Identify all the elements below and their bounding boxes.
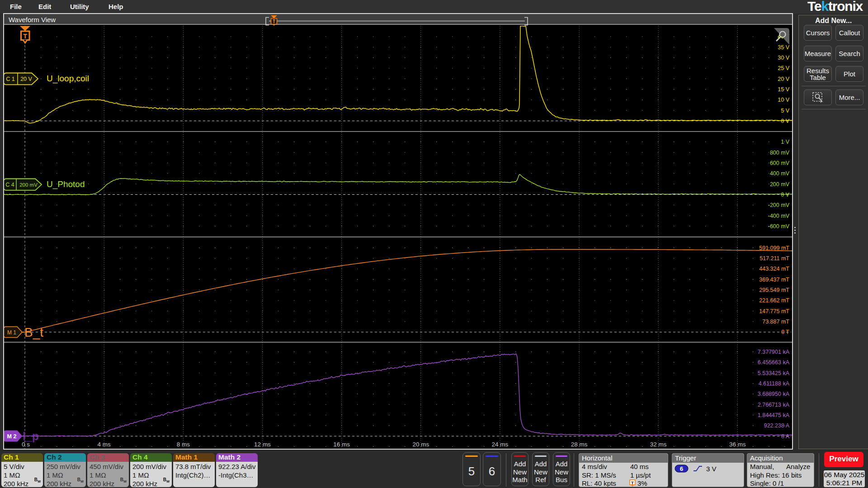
svg-text:T: T (631, 480, 634, 485)
svg-text:25 V: 25 V (778, 65, 789, 71)
svg-text:0 s: 0 s (22, 441, 30, 448)
svg-text:0 A: 0 A (781, 433, 790, 440)
svg-text:28 ms: 28 ms (571, 441, 588, 448)
svg-text:200 mV: 200 mV (770, 181, 790, 188)
svg-text:-400 mV: -400 mV (768, 213, 790, 219)
svg-text:295.549 mT: 295.549 mT (759, 287, 789, 293)
svg-text:0 V: 0 V (781, 192, 789, 198)
svg-text:U_loop,coil: U_loop,coil (47, 74, 89, 84)
svg-text:6.455663 kA: 6.455663 kA (758, 359, 790, 366)
svg-text:73.887 mT: 73.887 mT (762, 319, 789, 325)
svg-text:7.377901 kA: 7.377901 kA (758, 349, 790, 355)
svg-text:4 ms: 4 ms (98, 441, 111, 448)
svg-text:32 ms: 32 ms (650, 441, 667, 448)
svg-text:3.688950 kA: 3.688950 kA (758, 391, 790, 397)
svg-text:35 V: 35 V (778, 44, 789, 51)
svg-text:5 V: 5 V (781, 108, 789, 114)
svg-text:0 V: 0 V (781, 118, 789, 124)
svg-text:T: T (23, 33, 27, 40)
svg-text:10 V: 10 V (778, 97, 789, 103)
svg-text:15 V: 15 V (778, 86, 789, 93)
svg-text:369.437 mT: 369.437 mT (759, 277, 789, 283)
svg-text:-600 mV: -600 mV (768, 223, 790, 230)
svg-text:443.324 mT: 443.324 mT (759, 266, 789, 272)
svg-text:3 V: 3 V (706, 465, 717, 473)
svg-text:0 T: 0 T (781, 329, 789, 335)
svg-text:400 mV: 400 mV (770, 170, 790, 177)
svg-text:6: 6 (680, 465, 684, 472)
svg-text:200 mV: 200 mV (19, 182, 38, 188)
svg-text:600 mV: 600 mV (770, 160, 790, 166)
svg-text:M 2: M 2 (7, 433, 17, 440)
svg-text:30 V: 30 V (778, 55, 789, 61)
svg-text:20 V: 20 V (778, 76, 789, 82)
svg-text:M 1: M 1 (7, 329, 16, 336)
svg-text:24 ms: 24 ms (492, 441, 509, 448)
svg-text:T: T (273, 19, 275, 24)
svg-text:4.611188 kA: 4.611188 kA (759, 380, 790, 387)
svg-text:517.211 mT: 517.211 mT (760, 255, 789, 262)
svg-text:1.844475 kA: 1.844475 kA (758, 412, 790, 418)
svg-text:36 ms: 36 ms (729, 441, 746, 448)
svg-text:-200 mV: -200 mV (768, 202, 790, 208)
svg-text:2.766713 kA: 2.766713 kA (758, 402, 790, 408)
svg-text:16 ms: 16 ms (333, 441, 350, 448)
svg-text:12 ms: 12 ms (254, 441, 271, 448)
svg-text:C 4: C 4 (5, 182, 14, 188)
svg-text:922.238 A: 922.238 A (764, 422, 790, 429)
svg-text:B_t: B_t (24, 325, 43, 339)
svg-text:147.775 mT: 147.775 mT (759, 308, 789, 314)
svg-text:800 mV: 800 mV (770, 150, 790, 156)
svg-text:8 ms: 8 ms (177, 441, 190, 448)
svg-text:591.099 mT: 591.099 mT (759, 245, 789, 251)
svg-text:U_Photod: U_Photod (47, 179, 85, 189)
svg-text:C 1: C 1 (6, 76, 15, 82)
svg-text:1 V: 1 V (781, 139, 789, 145)
svg-text:5.533425 kA: 5.533425 kA (758, 370, 790, 376)
svg-text:20 ms: 20 ms (412, 441, 429, 448)
svg-text:20 V: 20 V (20, 76, 32, 82)
svg-text:221.662 mT: 221.662 mT (759, 297, 789, 304)
